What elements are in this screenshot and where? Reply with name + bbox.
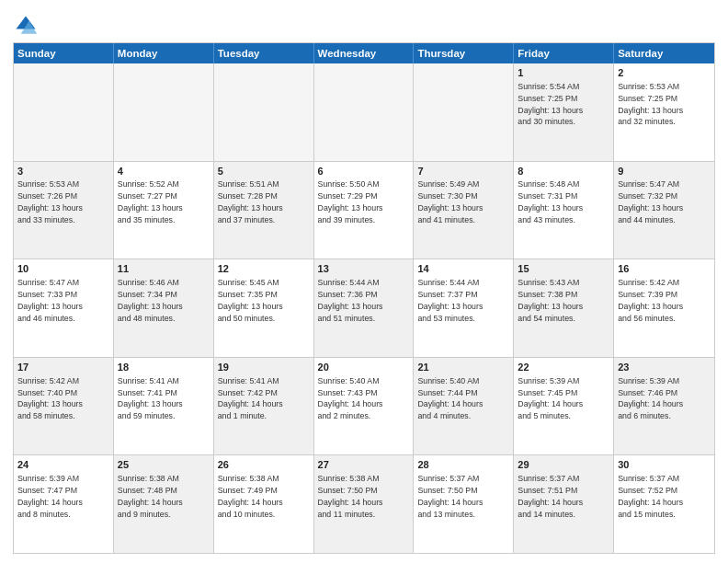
calendar-cell-26: 26Sunrise: 5:38 AMSunset: 7:49 PMDayligh… [214, 455, 314, 553]
header-day-monday: Monday [114, 43, 214, 63]
calendar-cell-18: 18Sunrise: 5:41 AMSunset: 7:41 PMDayligh… [114, 358, 214, 455]
cell-info: Sunrise: 5:53 AMSunset: 7:25 PMDaylight:… [618, 82, 683, 127]
cell-info: Sunrise: 5:44 AMSunset: 7:36 PMDaylight:… [318, 278, 383, 323]
day-number: 13 [318, 262, 410, 276]
day-number: 4 [118, 165, 210, 178]
cell-info: Sunrise: 5:39 AMSunset: 7:46 PMDaylight:… [618, 376, 683, 421]
cell-info: Sunrise: 5:47 AMSunset: 7:33 PMDaylight:… [17, 278, 83, 323]
logo [13, 13, 42, 39]
day-number: 21 [417, 361, 509, 374]
calendar-cell-16: 16Sunrise: 5:42 AMSunset: 7:39 PMDayligh… [614, 259, 714, 357]
day-number: 5 [218, 165, 310, 178]
calendar-cell-1: 1Sunrise: 5:54 AMSunset: 7:25 PMDaylight… [514, 63, 614, 161]
cell-info: Sunrise: 5:43 AMSunset: 7:38 PMDaylight:… [518, 278, 583, 323]
cell-info: Sunrise: 5:39 AMSunset: 7:47 PMDaylight:… [17, 474, 83, 519]
calendar-cell-11: 11Sunrise: 5:46 AMSunset: 7:34 PMDayligh… [114, 259, 214, 357]
logo-icon [13, 13, 39, 39]
day-number: 15 [518, 262, 609, 276]
cell-info: Sunrise: 5:37 AMSunset: 7:51 PMDaylight:… [518, 474, 583, 519]
calendar-cell-21: 21Sunrise: 5:40 AMSunset: 7:44 PMDayligh… [414, 358, 514, 455]
day-number: 19 [218, 361, 310, 374]
day-number: 10 [17, 262, 109, 276]
calendar-cell-2: 2Sunrise: 5:53 AMSunset: 7:25 PMDaylight… [614, 63, 714, 161]
calendar-row-4: 24Sunrise: 5:39 AMSunset: 7:47 PMDayligh… [14, 455, 714, 553]
cell-info: Sunrise: 5:45 AMSunset: 7:35 PMDaylight:… [218, 278, 283, 323]
cell-info: Sunrise: 5:39 AMSunset: 7:45 PMDaylight:… [518, 376, 583, 421]
calendar-cell-4: 4Sunrise: 5:52 AMSunset: 7:27 PMDaylight… [114, 162, 214, 259]
cell-info: Sunrise: 5:42 AMSunset: 7:40 PMDaylight:… [17, 376, 83, 421]
day-number: 3 [17, 165, 109, 178]
day-number: 30 [618, 458, 711, 472]
calendar-cell-29: 29Sunrise: 5:37 AMSunset: 7:51 PMDayligh… [514, 455, 614, 553]
cell-info: Sunrise: 5:41 AMSunset: 7:41 PMDaylight:… [118, 376, 183, 421]
cell-info: Sunrise: 5:40 AMSunset: 7:44 PMDaylight:… [417, 376, 483, 421]
cell-info: Sunrise: 5:54 AMSunset: 7:25 PMDaylight:… [518, 82, 583, 127]
header-day-sunday: Sunday [14, 43, 114, 63]
day-number: 18 [118, 361, 210, 374]
cell-info: Sunrise: 5:48 AMSunset: 7:31 PMDaylight:… [518, 179, 583, 224]
day-number: 11 [118, 262, 210, 276]
day-number: 9 [618, 165, 711, 178]
cell-info: Sunrise: 5:52 AMSunset: 7:27 PMDaylight:… [118, 179, 183, 224]
day-number: 1 [518, 66, 609, 80]
calendar-cell-25: 25Sunrise: 5:38 AMSunset: 7:48 PMDayligh… [114, 455, 214, 553]
day-number: 2 [618, 66, 711, 80]
header-day-saturday: Saturday [614, 43, 714, 63]
calendar-cell-9: 9Sunrise: 5:47 AMSunset: 7:32 PMDaylight… [614, 162, 714, 259]
calendar-cell-23: 23Sunrise: 5:39 AMSunset: 7:46 PMDayligh… [614, 358, 714, 455]
cell-info: Sunrise: 5:47 AMSunset: 7:32 PMDaylight:… [618, 179, 683, 224]
calendar-cell-10: 10Sunrise: 5:47 AMSunset: 7:33 PMDayligh… [14, 259, 114, 357]
day-number: 7 [417, 165, 509, 178]
cell-info: Sunrise: 5:46 AMSunset: 7:34 PMDaylight:… [118, 278, 183, 323]
day-number: 16 [618, 262, 711, 276]
calendar-row-2: 10Sunrise: 5:47 AMSunset: 7:33 PMDayligh… [14, 259, 714, 358]
calendar-cell-28: 28Sunrise: 5:37 AMSunset: 7:50 PMDayligh… [414, 455, 514, 553]
calendar-cell-empty-1 [114, 63, 214, 161]
day-number: 20 [318, 361, 410, 374]
calendar-body: 1Sunrise: 5:54 AMSunset: 7:25 PMDaylight… [14, 63, 714, 553]
calendar-cell-13: 13Sunrise: 5:44 AMSunset: 7:36 PMDayligh… [314, 259, 415, 357]
day-number: 17 [17, 361, 109, 374]
calendar-cell-22: 22Sunrise: 5:39 AMSunset: 7:45 PMDayligh… [514, 358, 614, 455]
day-number: 27 [318, 458, 410, 472]
day-number: 12 [218, 262, 310, 276]
day-number: 28 [417, 458, 509, 472]
cell-info: Sunrise: 5:37 AMSunset: 7:52 PMDaylight:… [618, 474, 683, 519]
calendar-cell-3: 3Sunrise: 5:53 AMSunset: 7:26 PMDaylight… [14, 162, 114, 259]
header-day-wednesday: Wednesday [314, 43, 415, 63]
calendar-cell-empty-4 [414, 63, 514, 161]
calendar-cell-empty-0 [14, 63, 114, 161]
calendar-cell-14: 14Sunrise: 5:44 AMSunset: 7:37 PMDayligh… [414, 259, 514, 357]
day-number: 26 [218, 458, 310, 472]
calendar-cell-7: 7Sunrise: 5:49 AMSunset: 7:30 PMDaylight… [414, 162, 514, 259]
cell-info: Sunrise: 5:41 AMSunset: 7:42 PMDaylight:… [218, 376, 283, 421]
cell-info: Sunrise: 5:50 AMSunset: 7:29 PMDaylight:… [318, 179, 383, 224]
calendar-row-3: 17Sunrise: 5:42 AMSunset: 7:40 PMDayligh… [14, 358, 714, 456]
calendar-cell-24: 24Sunrise: 5:39 AMSunset: 7:47 PMDayligh… [14, 455, 114, 553]
page: SundayMondayTuesdayWednesdayThursdayFrid… [0, 0, 728, 563]
calendar-cell-empty-3 [314, 63, 415, 161]
day-number: 29 [518, 458, 609, 472]
calendar-cell-27: 27Sunrise: 5:38 AMSunset: 7:50 PMDayligh… [314, 455, 415, 553]
header-day-thursday: Thursday [414, 43, 514, 63]
calendar: SundayMondayTuesdayWednesdayThursdayFrid… [13, 42, 715, 554]
cell-info: Sunrise: 5:42 AMSunset: 7:39 PMDaylight:… [618, 278, 683, 323]
calendar-cell-8: 8Sunrise: 5:48 AMSunset: 7:31 PMDaylight… [514, 162, 614, 259]
day-number: 6 [318, 165, 410, 178]
cell-info: Sunrise: 5:38 AMSunset: 7:50 PMDaylight:… [318, 474, 383, 519]
day-number: 22 [518, 361, 609, 374]
calendar-cell-17: 17Sunrise: 5:42 AMSunset: 7:40 PMDayligh… [14, 358, 114, 455]
calendar-header: SundayMondayTuesdayWednesdayThursdayFrid… [14, 43, 714, 63]
day-number: 8 [518, 165, 609, 178]
cell-info: Sunrise: 5:38 AMSunset: 7:48 PMDaylight:… [118, 474, 183, 519]
calendar-row-1: 3Sunrise: 5:53 AMSunset: 7:26 PMDaylight… [14, 162, 714, 260]
cell-info: Sunrise: 5:38 AMSunset: 7:49 PMDaylight:… [218, 474, 283, 519]
cell-info: Sunrise: 5:53 AMSunset: 7:26 PMDaylight:… [17, 179, 83, 224]
cell-info: Sunrise: 5:37 AMSunset: 7:50 PMDaylight:… [417, 474, 483, 519]
cell-info: Sunrise: 5:44 AMSunset: 7:37 PMDaylight:… [417, 278, 483, 323]
day-number: 23 [618, 361, 711, 374]
day-number: 14 [417, 262, 509, 276]
calendar-cell-20: 20Sunrise: 5:40 AMSunset: 7:43 PMDayligh… [314, 358, 415, 455]
cell-info: Sunrise: 5:49 AMSunset: 7:30 PMDaylight:… [417, 179, 483, 224]
calendar-cell-empty-2 [214, 63, 314, 161]
